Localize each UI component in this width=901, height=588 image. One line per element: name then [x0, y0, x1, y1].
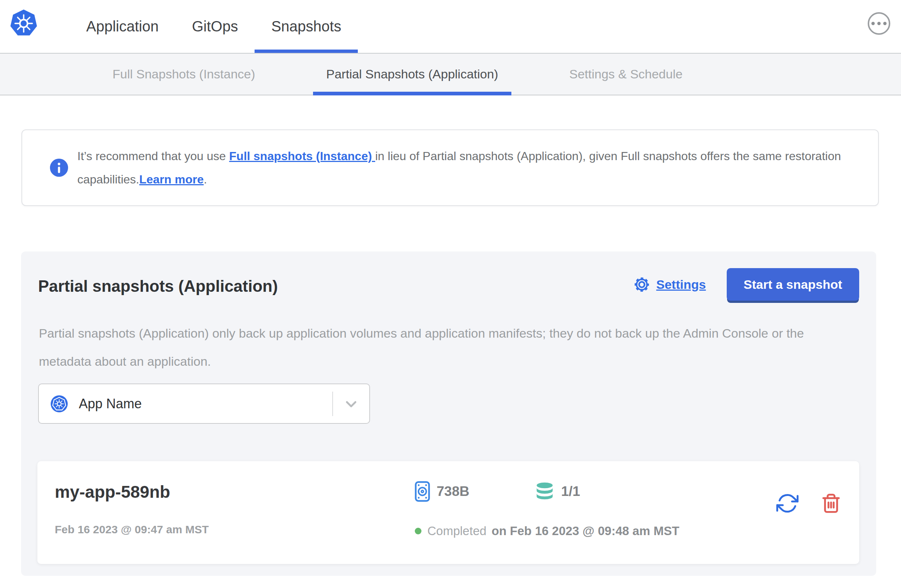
- banner-text-after: .: [204, 173, 207, 186]
- snapshot-volumes-metric: 1/1: [535, 482, 580, 501]
- active-indicator: [254, 50, 358, 53]
- tab-partial-snapshots-application[interactable]: Partial Snapshots (Application): [313, 54, 512, 95]
- delete-snapshot-button[interactable]: [821, 492, 842, 515]
- volumes-count: 1/1: [561, 484, 580, 499]
- settings-link[interactable]: Settings: [656, 277, 706, 292]
- snapshot-actions: [776, 492, 842, 515]
- ellipsis-icon: [871, 22, 875, 25]
- primary-nav: Application GitOps Snapshots: [70, 0, 358, 53]
- panel-title: Partial snapshots (Application): [38, 273, 633, 296]
- banner-text-before: It’s recommend that you use: [77, 149, 229, 163]
- snapshots-tabbar: Full Snapshots (Instance) Partial Snapsh…: [0, 53, 901, 95]
- restore-snapshot-button[interactable]: [776, 492, 798, 515]
- snapshot-row: my-app-589nb Feb 16 2023 @ 09:47 am MST: [37, 461, 859, 564]
- app-selector-value: App Name: [79, 396, 142, 412]
- learn-more-link[interactable]: Learn more: [139, 173, 204, 186]
- database-icon: [535, 482, 554, 501]
- disk-icon: [415, 481, 430, 502]
- snapshot-finished-time: on Feb 16 2023 @ 09:48 am MST: [492, 524, 680, 538]
- info-icon: [50, 159, 68, 177]
- nav-item-label: Application: [86, 18, 159, 35]
- snapshots-page: Application GitOps Snapshots Full Snapsh…: [0, 0, 901, 588]
- nav-item-label: GitOps: [192, 18, 238, 35]
- banner-text: It’s recommend that you use Full snapsho…: [77, 145, 843, 191]
- full-snapshots-instance-link[interactable]: Full snapshots (Instance): [229, 149, 375, 163]
- start-snapshot-button[interactable]: Start a snapshot: [727, 268, 859, 301]
- chevron-down-icon[interactable]: [343, 395, 360, 412]
- snapshot-status-row: Completed on Feb 16 2023 @ 09:48 am MST: [415, 524, 680, 538]
- tab-full-snapshots-instance[interactable]: Full Snapshots (Instance): [99, 54, 269, 95]
- nav-item-label: Snapshots: [271, 18, 341, 35]
- gear-icon[interactable]: [633, 276, 650, 293]
- nav-item-snapshots[interactable]: Snapshots: [254, 0, 358, 53]
- info-banner: It’s recommend that you use Full snapsho…: [22, 129, 879, 206]
- tab-label: Full Snapshots (Instance): [112, 67, 255, 81]
- overflow-menu-button[interactable]: [868, 12, 890, 35]
- status-dot-icon: [415, 528, 421, 534]
- partial-snapshots-panel: Partial snapshots (Application) Settings…: [21, 252, 876, 576]
- snapshot-size: 738B: [436, 484, 469, 499]
- snapshot-size-metric: 738B: [415, 481, 469, 502]
- trash-icon: [821, 492, 842, 515]
- kubernetes-logo-icon: [9, 7, 39, 39]
- selector-divider: [332, 392, 333, 416]
- app-name-selector[interactable]: App Name: [38, 384, 370, 424]
- active-indicator: [313, 92, 512, 95]
- nav-item-gitops[interactable]: GitOps: [175, 0, 254, 53]
- tab-settings-schedule[interactable]: Settings & Schedule: [556, 54, 696, 95]
- top-navbar: Application GitOps Snapshots: [0, 0, 901, 53]
- status-label: Completed: [427, 524, 486, 538]
- tab-label: Partial Snapshots (Application): [326, 67, 499, 81]
- tab-label: Settings & Schedule: [569, 67, 682, 81]
- nav-item-application[interactable]: Application: [70, 0, 175, 53]
- panel-description: Partial snapshots (Application) only bac…: [39, 319, 859, 375]
- panel-header: Partial snapshots (Application) Settings…: [38, 268, 859, 301]
- snapshot-name: my-app-589nb: [55, 482, 170, 502]
- kubernetes-app-icon: [51, 395, 68, 412]
- restore-icon: [776, 492, 798, 515]
- snapshot-metrics: 738B 1/1: [415, 481, 580, 502]
- snapshot-started-time: Feb 16 2023 @ 09:47 am MST: [55, 523, 209, 536]
